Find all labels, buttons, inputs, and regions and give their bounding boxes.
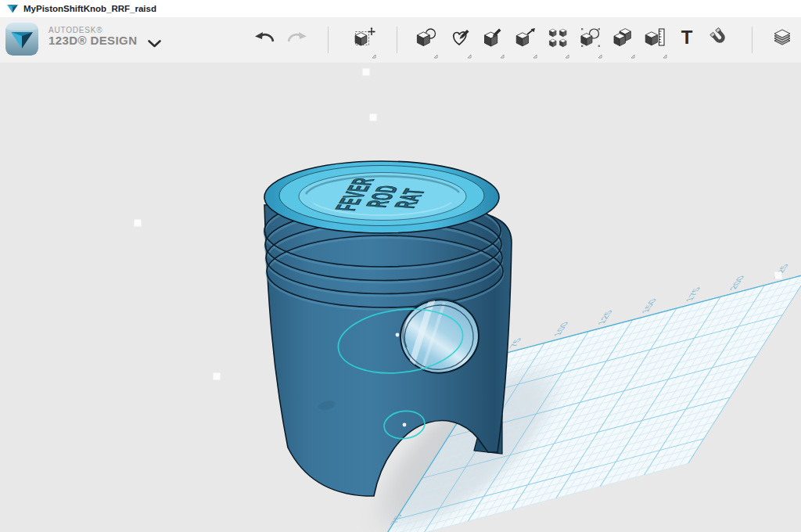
tool-measure-button[interactable] [639, 23, 672, 59]
grouping-icon [580, 27, 602, 49]
dropdown-corner-icon [565, 54, 569, 59]
transform-move-icon [354, 27, 375, 49]
sketch-point[interactable] [396, 333, 400, 337]
tool-transform-button[interactable] [348, 23, 381, 59]
vertex-marker[interactable] [363, 69, 370, 76]
sketch-point[interactable] [403, 423, 407, 427]
tool-combine-button[interactable] [607, 23, 640, 59]
toolbar-separator [328, 27, 329, 53]
sketch-icon [449, 27, 471, 49]
dropdown-corner-icon [467, 54, 472, 59]
primitives-icon [415, 27, 437, 49]
modify-icon [515, 27, 537, 49]
brand-line2: 123D® DESIGN [48, 34, 137, 48]
app-window: { "window": { "title": "MyPistonShiftKno… [0, 0, 801, 532]
undo-icon [253, 27, 277, 49]
viewport-canvas: 7510012515017520022575 [0, 63, 801, 532]
toolbar-separator [397, 27, 397, 53]
piston-cap[interactable]: FEVER ROD RAT [264, 161, 499, 233]
measure-icon [645, 27, 666, 49]
tool-snap-button[interactable] [703, 23, 736, 59]
app-menu-chevron-icon[interactable] [147, 39, 162, 49]
redo-icon [285, 27, 308, 49]
toolbar-undo-button[interactable] [248, 23, 281, 59]
title-bar: MyPistonShiftKnob_RRF_raisd [0, 0, 801, 18]
construct-icon [482, 27, 504, 49]
snap-magnet-icon [709, 27, 731, 49]
dropdown-corner-icon [433, 54, 438, 59]
document-title: MyPistonShiftKnob_RRF_raisd [23, 4, 156, 13]
combine-icon [612, 27, 634, 49]
tool-layers-button[interactable] [766, 23, 799, 59]
tool-construct-button[interactable] [476, 23, 509, 59]
layers-stack-icon [771, 27, 793, 49]
vertex-marker[interactable] [370, 114, 377, 121]
123d-logo-icon [5, 23, 38, 56]
dropdown-corner-icon [533, 54, 537, 59]
app-logo [5, 23, 38, 56]
dropdown-corner-icon [663, 54, 667, 59]
dropdown-corner-icon [500, 54, 505, 59]
brand-text: AUTODESK® 123D® DESIGN [48, 26, 137, 48]
tool-primitives-button[interactable] [410, 23, 443, 59]
dropdown-corner-icon [630, 54, 635, 59]
svg-text:T: T [681, 27, 693, 48]
toolbar-separator [752, 27, 753, 53]
vertex-marker[interactable] [775, 272, 782, 279]
text-tool-icon: T [676, 27, 698, 49]
main-toolbar: AUTODESK® 123D® DESIGN [0, 17, 801, 63]
toolbar-redo-button[interactable] [279, 23, 312, 59]
pattern-icon [547, 27, 569, 49]
tool-sketch-button[interactable] [444, 23, 476, 59]
tool-text-button[interactable]: T [670, 23, 703, 59]
dropdown-corner-icon [598, 54, 602, 59]
tool-modify-button[interactable] [509, 23, 542, 59]
vertex-marker[interactable] [135, 220, 142, 227]
viewport-3d[interactable]: 7510012515017520022575 [0, 63, 801, 532]
dropdown-corner-icon [372, 54, 376, 59]
tool-pattern-button[interactable] [541, 23, 574, 59]
document-logo-icon [6, 3, 19, 14]
tool-grouping-button[interactable] [574, 23, 607, 59]
vertex-marker[interactable] [214, 373, 221, 380]
